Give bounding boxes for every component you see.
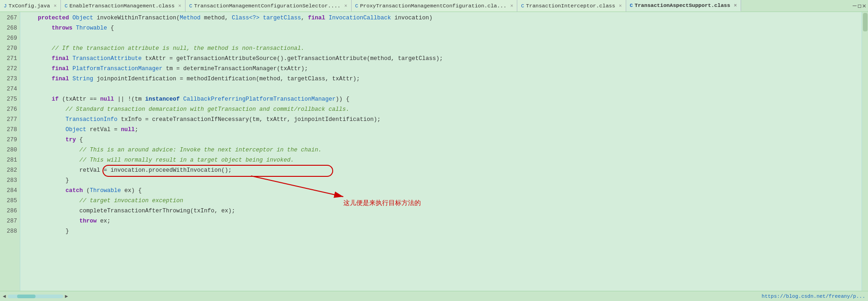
tab-label: TransactionAspectSupport.class [635,2,730,8]
scrollbar-thumb[interactable] [863,13,868,31]
scroll-left-icon[interactable]: ◀ [3,293,6,299]
code-line-274 [24,84,862,94]
code-line-275: if (txAttr == null || !(tm instanceof Ca… [24,94,862,104]
class-icon: C [630,3,633,8]
line-num-270: 270 [0,43,20,54]
line-num-273: 273 [0,74,20,84]
line-num-274: 274 [0,84,20,94]
close-icon[interactable]: × [178,3,181,9]
close-icon[interactable]: × [344,3,347,9]
editor-area: 267 268 269 270 271 272 273 274 275 276 … [0,12,868,291]
line-num-271: 271 [0,54,20,64]
close-icon[interactable]: × [734,3,737,8]
line-num-283: 283 [0,175,20,186]
line-num-279: 279 [0,135,20,145]
tab-label: TransactionInterceptor.class [526,3,615,9]
close-icon[interactable]: × [510,3,514,9]
line-num-267: 267 [0,13,20,23]
minimize-icon[interactable]: ─ [853,2,856,10]
code-line-287: throw ex; [24,216,862,226]
code-line-281: // This will normally result in a target… [24,155,862,165]
editor-window: J TxConfig.java × C EnableTransactionMan… [0,0,868,301]
line-num-269: 269 [0,33,20,43]
code-line-273: final String joinpointIdentification = m… [24,74,862,84]
line-num-275: 275 [0,94,20,104]
tab-tx-config-selector[interactable]: C TransactionManagementConfigurationSele… [186,0,352,12]
code-line-286: completeTransactionAfterThrowing(txInfo,… [24,206,862,216]
line-num-281: 281 [0,155,20,165]
tab-proxy-tx[interactable]: C ProxyTransactionManagementConfiguratio… [352,0,518,12]
tab-label: TransactionManagementConfigurationSelect… [194,3,341,9]
scroll-track[interactable] [8,295,63,298]
bottom-scrollbar[interactable]: ◀ ▶ [3,293,68,299]
line-num-277: 277 [0,114,20,125]
line-num-287: 287 [0,216,20,226]
code-line-267: protected Object invokeWithinTransaction… [24,13,862,23]
class-icon: C [355,3,359,9]
line-num-276: 276 [0,104,20,114]
tab-txconfig[interactable]: J TxConfig.java × [0,0,61,12]
code-line-272: final PlatformTransactionManager tm = de… [24,64,862,74]
tab-label: ProxyTransactionManagementConfiguration.… [360,3,506,9]
tab-enable-tx[interactable]: C EnableTransactionManagement.class × [61,0,186,12]
tab-label: TxConfig.java [9,3,50,9]
vertical-scrollbar[interactable] [862,12,868,291]
tab-tx-interceptor[interactable]: C TransactionInterceptor.class × [517,0,626,12]
line-num-278: 278 [0,125,20,135]
close-window-icon[interactable]: ✕ [862,2,866,10]
code-line-288: } [24,226,862,236]
close-icon[interactable]: × [54,3,57,9]
scroll-thumb[interactable] [17,295,36,298]
code-line-282: retVal = invocation.proceedWithInvocatio… [24,165,862,175]
code-line-276: // Standard transaction demarcation with… [24,104,862,114]
code-line-277: TransactionInfo txInfo = createTransacti… [24,114,862,125]
class-icon: C [189,3,192,9]
code-line-279: try { [24,135,862,145]
code-line-268: throws Throwable { [24,23,862,33]
tab-tx-aspect-support[interactable]: C TransactionAspectSupport.class × [626,0,741,12]
scroll-right-icon[interactable]: ▶ [65,293,68,299]
code-content[interactable]: protected Object invokeWithinTransaction… [20,12,862,291]
close-icon[interactable]: × [619,3,622,9]
line-num-285: 285 [0,196,20,206]
maximize-icon[interactable]: ◻ [857,2,861,10]
code-line-271: final TransactionAttribute txAttr = getT… [24,54,862,64]
tab-bar: J TxConfig.java × C EnableTransactionMan… [0,0,868,12]
status-bar: ◀ ▶ https://blog.csdn.net/freeany/p... [0,291,868,301]
code-line-269 [24,33,862,43]
annotation-text: 这儿便是来执行目标方法的 [343,199,421,207]
line-numbers: 267 268 269 270 271 272 273 274 275 276 … [0,12,20,291]
java-icon: J [4,3,7,9]
code-line-270: // If the transaction attribute is null,… [24,43,862,54]
class-icon: C [65,3,68,9]
line-num-280: 280 [0,145,20,155]
line-num-282: 282 [0,165,20,175]
line-num-284: 284 [0,186,20,196]
line-num-272: 272 [0,64,20,74]
status-url: https://blog.csdn.net/freeany/p... [762,294,865,299]
code-line-278: Object retVal = null; [24,125,862,135]
code-line-280: // This is an around advice: Invoke the … [24,145,862,155]
tab-label: EnableTransactionManagement.class [70,3,175,9]
code-line-285: // target invocation exception [24,196,862,206]
line-num-268: 268 [0,23,20,33]
class-icon: C [521,3,524,9]
code-line-283: } [24,175,862,186]
code-line-284: catch (Throwable ex) { [24,186,862,196]
line-num-286: 286 [0,206,20,216]
line-num-288: 288 [0,226,20,236]
